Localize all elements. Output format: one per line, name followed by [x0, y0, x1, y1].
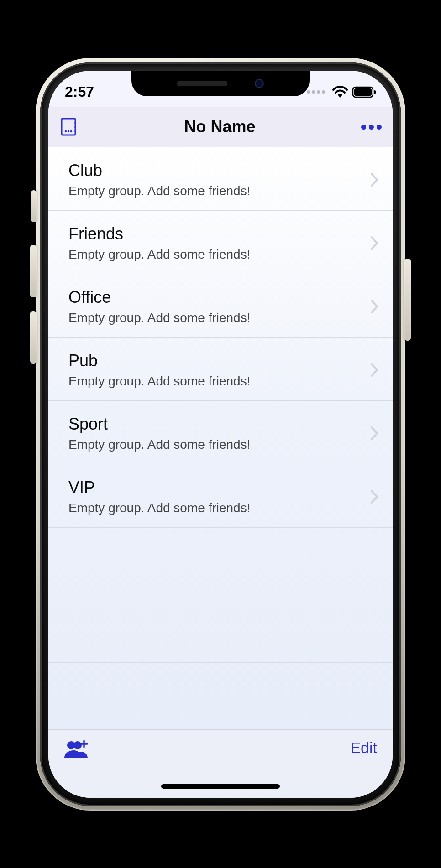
- notch: [131, 71, 310, 96]
- speaker-grille: [177, 81, 227, 86]
- group-name: Club: [68, 161, 364, 180]
- page-title: No Name: [79, 117, 361, 136]
- group-row[interactable]: OfficeEmpty group. Add some friends!: [48, 274, 393, 338]
- front-camera: [255, 79, 264, 88]
- group-row[interactable]: VIPEmpty group. Add some friends!: [48, 464, 393, 528]
- chevron-right-icon: [370, 489, 379, 504]
- svg-rect-1: [354, 88, 372, 96]
- group-name: Friends: [68, 224, 364, 244]
- group-name: Office: [68, 288, 364, 307]
- power-btn: [404, 259, 411, 341]
- svg-point-7: [65, 130, 67, 133]
- chevron-right-icon: [370, 235, 379, 251]
- screen: 2:57: [48, 71, 393, 798]
- group-row[interactable]: PubEmpty group. Add some friends!: [48, 338, 393, 401]
- battery-icon: [352, 86, 376, 98]
- group-name: VIP: [68, 478, 364, 497]
- mute-switch: [31, 190, 37, 222]
- home-indicator[interactable]: [161, 784, 280, 789]
- cellular-dots-icon: [307, 90, 325, 94]
- group-subtitle: Empty group. Add some friends!: [68, 437, 364, 452]
- svg-rect-3: [62, 119, 75, 135]
- group-list[interactable]: ClubEmpty group. Add some friends!Friend…: [48, 147, 393, 743]
- more-options-icon[interactable]: [361, 125, 382, 130]
- edit-button[interactable]: Edit: [350, 739, 377, 757]
- wifi-icon: [332, 86, 348, 98]
- group-row[interactable]: FriendsEmpty group. Add some friends!: [48, 211, 393, 274]
- group-subtitle: Empty group. Add some friends!: [68, 247, 364, 262]
- phone-frame: 2:57: [36, 58, 405, 811]
- volume-up-btn: [30, 245, 37, 297]
- svg-point-11: [74, 741, 82, 749]
- clock: 2:57: [65, 83, 94, 100]
- group-row[interactable]: SportEmpty group. Add some friends!: [48, 401, 393, 464]
- svg-point-8: [68, 130, 70, 133]
- svg-point-9: [70, 130, 73, 133]
- volume-down-btn: [30, 311, 37, 364]
- chevron-right-icon: [370, 362, 379, 378]
- empty-row: [48, 528, 393, 595]
- group-subtitle: Empty group. Add some friends!: [68, 184, 364, 198]
- contacts-book-icon[interactable]: [59, 117, 79, 136]
- group-name: Sport: [68, 415, 364, 434]
- group-subtitle: Empty group. Add some friends!: [68, 374, 364, 389]
- chevron-right-icon: [370, 426, 379, 441]
- empty-row: [48, 595, 393, 663]
- chevron-right-icon: [370, 172, 379, 187]
- svg-rect-2: [374, 90, 376, 94]
- group-subtitle: Empty group. Add some friends!: [68, 311, 364, 325]
- group-name: Pub: [68, 351, 364, 370]
- group-row[interactable]: ClubEmpty group. Add some friends!: [48, 147, 393, 211]
- add-group-icon[interactable]: [64, 739, 89, 759]
- nav-bar: No Name: [48, 107, 393, 147]
- group-subtitle: Empty group. Add some friends!: [68, 501, 364, 515]
- chevron-right-icon: [370, 299, 379, 314]
